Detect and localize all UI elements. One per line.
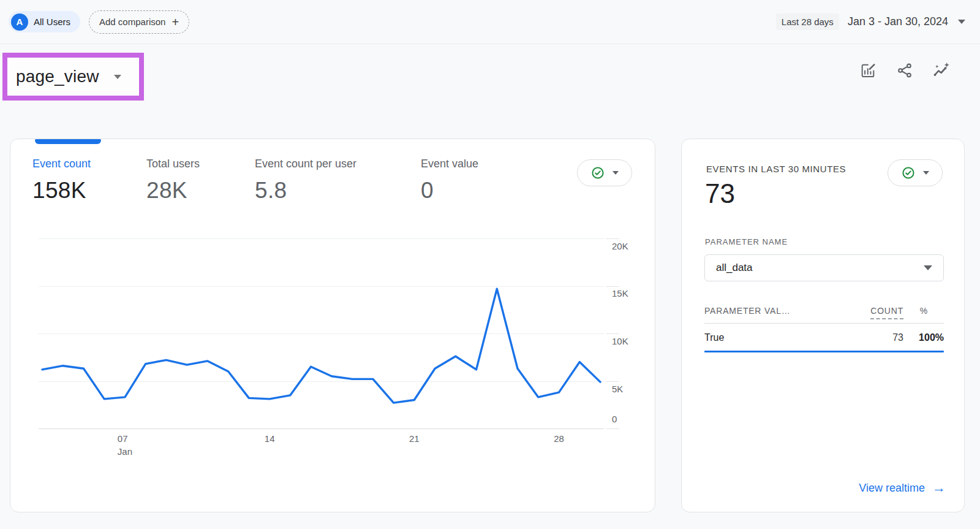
events-overview-card: Event count 158K Total users 28K Event c…: [10, 139, 655, 512]
top-bar: A All Users Add comparison + Last 28 day…: [0, 0, 980, 44]
metric-value: 0: [421, 178, 478, 204]
event-count-series-line: [42, 289, 600, 403]
metric-value: 28K: [146, 178, 200, 204]
parameter-value-cell: True: [704, 332, 859, 343]
y-axis-label: 20K: [612, 241, 643, 251]
y-tick: [606, 428, 619, 429]
plus-icon: +: [172, 16, 179, 28]
x-axis-tick-label: 07Jan: [118, 432, 132, 458]
parameter-name-label: PARAMETER NAME: [705, 237, 788, 246]
date-range-picker[interactable]: Jan 3 - Jan 30, 2024: [848, 15, 965, 28]
event-line-chart[interactable]: [39, 238, 604, 428]
parameter-value-table: PARAMETER VAL… COUNT % True 73 100%: [704, 306, 944, 352]
tab-event-count-per-user[interactable]: Event count per user 5.8: [255, 158, 356, 204]
chevron-down-icon: [612, 171, 619, 175]
segment-avatar: A: [11, 13, 28, 31]
y-axis-label: 10K: [612, 336, 643, 346]
y-axis-label: 5K: [612, 384, 643, 394]
customize-report-icon[interactable]: [859, 61, 877, 80]
add-comparison-button[interactable]: Add comparison +: [89, 10, 189, 34]
x-axis-tick-label: 28: [554, 432, 564, 445]
metric-label: Event count per user: [255, 158, 356, 170]
chevron-down-icon: [924, 265, 932, 270]
y-axis-label: 15K: [612, 288, 643, 299]
date-range-text: Jan 3 - Jan 30, 2024: [848, 15, 948, 28]
all-users-segment-chip[interactable]: A All Users: [9, 11, 80, 32]
chevron-down-icon: [923, 171, 929, 175]
count-cell: 73: [859, 332, 903, 343]
view-realtime-link[interactable]: View realtime →: [859, 480, 946, 496]
metric-label: Event value: [421, 158, 478, 170]
active-tab-indicator: [35, 139, 101, 144]
add-comparison-label: Add comparison: [99, 17, 165, 27]
column-header-count[interactable]: COUNT: [859, 306, 903, 316]
event-name-value: page_view: [16, 67, 99, 86]
tab-event-count[interactable]: Event count 158K: [32, 158, 91, 204]
insights-icon[interactable]: [932, 61, 951, 80]
tab-event-value[interactable]: Event value 0: [421, 158, 478, 204]
check-circle-icon: [901, 166, 916, 180]
x-axis-tick-label: 21: [409, 432, 420, 445]
annotation-highlight-box: page_view: [2, 53, 144, 101]
x-axis-line: [39, 428, 604, 429]
y-tick: [606, 238, 619, 239]
date-range-badge: Last 28 days: [776, 13, 839, 30]
realtime-card-title: EVENTS IN LAST 30 MINUTES: [706, 164, 846, 174]
column-header-parameter-value: PARAMETER VAL…: [704, 306, 859, 316]
view-realtime-label: View realtime: [859, 482, 925, 495]
data-quality-button[interactable]: [577, 159, 632, 186]
chevron-down-icon: [958, 20, 965, 24]
column-header-percent: %: [903, 306, 944, 316]
check-circle-icon: [590, 166, 605, 180]
data-quality-button[interactable]: [888, 159, 943, 186]
events-last-30-min-value: 73: [705, 178, 735, 209]
realtime-events-card: EVENTS IN LAST 30 MINUTES 73 PARAMETER N…: [681, 139, 965, 512]
y-axis-label: 0: [612, 414, 643, 424]
arrow-right-icon: →: [932, 480, 946, 496]
event-name-selector[interactable]: page_view: [16, 67, 121, 86]
table-row[interactable]: True 73 100%: [704, 324, 944, 351]
y-tick: [606, 333, 619, 334]
y-tick: [606, 286, 619, 287]
share-icon[interactable]: [895, 61, 914, 80]
tab-total-users[interactable]: Total users 28K: [146, 158, 200, 204]
metric-label: Event count: [32, 158, 91, 170]
metric-label: Total users: [146, 158, 200, 170]
report-toolbar: [859, 61, 951, 80]
all-users-label: All Users: [34, 17, 70, 27]
y-tick: [606, 381, 619, 382]
percent-cell: 100%: [903, 332, 944, 343]
x-axis-tick-label: 14: [265, 432, 275, 445]
row-percent-bar: [704, 351, 944, 352]
chevron-down-icon: [114, 75, 121, 79]
parameter-name-selected-value: all_data: [716, 262, 924, 274]
parameter-name-select[interactable]: all_data: [704, 254, 944, 281]
metric-value: 158K: [32, 178, 91, 204]
metric-value: 5.8: [255, 178, 356, 204]
table-header-row: PARAMETER VAL… COUNT %: [704, 306, 944, 323]
